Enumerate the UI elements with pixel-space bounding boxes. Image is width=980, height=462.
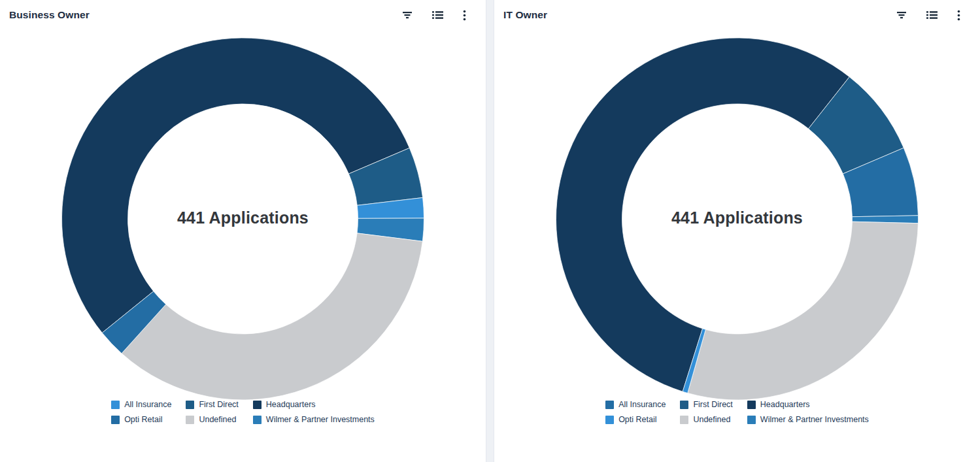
legend-swatch bbox=[605, 401, 614, 409]
legend-swatch bbox=[605, 416, 614, 424]
filter-icon[interactable] bbox=[895, 8, 908, 22]
chart-legend: All InsuranceFirst DirectHeadquartersOpt… bbox=[0, 401, 486, 424]
donut-slice-undefined[interactable] bbox=[122, 233, 422, 400]
legend-swatch bbox=[186, 401, 194, 409]
legend-swatch bbox=[680, 401, 688, 409]
legend-swatch bbox=[747, 401, 756, 409]
legend-swatch bbox=[253, 416, 262, 424]
legend-label: Undefined bbox=[693, 416, 730, 424]
kebab-menu-icon[interactable] bbox=[462, 8, 467, 22]
legend-swatch bbox=[111, 401, 120, 409]
legend-label: Undefined bbox=[199, 416, 236, 424]
panel-header: IT Owner bbox=[494, 0, 980, 30]
legend-item-undefined[interactable]: Undefined bbox=[680, 416, 732, 424]
legend-swatch bbox=[186, 416, 194, 424]
panel-business-owner: Business Owner bbox=[0, 0, 486, 462]
donut-slice-undefined[interactable] bbox=[688, 222, 919, 400]
donut-chart bbox=[0, 0, 486, 462]
legend-label: Headquarters bbox=[266, 401, 316, 409]
legend-swatch bbox=[111, 416, 120, 424]
panel-title: Business Owner bbox=[9, 9, 90, 21]
legend-label: Wilmer & Partner Investments bbox=[760, 416, 869, 424]
legend-item-opti-retail[interactable]: Opti Retail bbox=[605, 416, 666, 424]
chart-legend: All InsuranceFirst DirectHeadquartersOpt… bbox=[494, 401, 980, 424]
legend-item-headquarters[interactable]: Headquarters bbox=[747, 401, 869, 409]
legend-item-undefined[interactable]: Undefined bbox=[186, 416, 238, 424]
legend-label: Headquarters bbox=[760, 401, 810, 409]
donut-center-label: 441 Applications bbox=[0, 208, 486, 227]
panel-title: IT Owner bbox=[503, 9, 547, 21]
legend-item-first-direct[interactable]: First Direct bbox=[680, 401, 732, 409]
legend-label: First Direct bbox=[693, 401, 732, 409]
legend-item-first-direct[interactable]: First Direct bbox=[186, 401, 238, 409]
legend-label: All Insurance bbox=[618, 401, 666, 409]
panel-header: Business Owner bbox=[0, 0, 486, 30]
legend-label: Opti Retail bbox=[618, 416, 656, 424]
list-icon[interactable] bbox=[925, 8, 939, 22]
donut-chart bbox=[494, 0, 980, 462]
legend-item-headquarters[interactable]: Headquarters bbox=[253, 401, 375, 409]
legend-swatch bbox=[680, 416, 688, 424]
panel-toolbar bbox=[895, 8, 980, 22]
list-icon[interactable] bbox=[431, 8, 445, 22]
legend-label: Opti Retail bbox=[124, 416, 162, 424]
filter-icon[interactable] bbox=[401, 8, 414, 22]
legend-swatch bbox=[253, 401, 262, 409]
kebab-menu-icon[interactable] bbox=[956, 8, 962, 22]
legend-label: First Direct bbox=[199, 401, 238, 409]
legend-item-all-insurance[interactable]: All Insurance bbox=[111, 401, 171, 409]
panel-toolbar bbox=[401, 8, 486, 22]
legend-item-wilmer-partner-investments[interactable]: Wilmer & Partner Investments bbox=[747, 416, 869, 424]
legend-item-all-insurance[interactable]: All Insurance bbox=[605, 401, 666, 409]
dashboard: Business Owner bbox=[0, 0, 980, 462]
donut-center-label: 441 Applications bbox=[494, 208, 980, 227]
legend-label: All Insurance bbox=[124, 401, 171, 409]
legend-item-wilmer-partner-investments[interactable]: Wilmer & Partner Investments bbox=[253, 416, 375, 424]
legend-swatch bbox=[747, 416, 756, 424]
legend-item-opti-retail[interactable]: Opti Retail bbox=[111, 416, 171, 424]
legend-label: Wilmer & Partner Investments bbox=[266, 416, 375, 424]
panel-it-owner: IT Owner bbox=[494, 0, 980, 462]
